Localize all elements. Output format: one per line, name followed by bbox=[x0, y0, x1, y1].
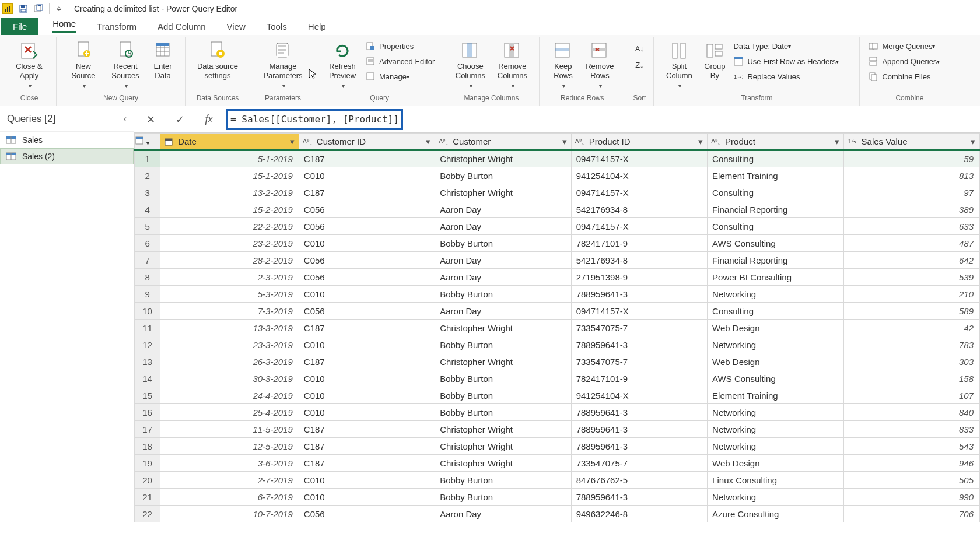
table-row[interactable]: 415-2-2019C056Aaron Day542176934-8Financ… bbox=[135, 201, 980, 218]
new-source-button[interactable]: New Source bbox=[62, 38, 104, 93]
column-type-icon[interactable]: Aᴮ꜀ bbox=[572, 138, 588, 145]
cell-sales-value[interactable]: 783 bbox=[844, 336, 979, 353]
cell-customer-id[interactable]: C187 bbox=[299, 438, 435, 455]
row-number[interactable]: 10 bbox=[135, 303, 160, 320]
cell-customer-id[interactable]: C010 bbox=[299, 370, 435, 387]
cell-product-id[interactable]: 788959641-3 bbox=[571, 489, 707, 506]
column-filter-button[interactable]: ▾ bbox=[831, 135, 844, 148]
cell-sales-value[interactable]: 42 bbox=[844, 320, 979, 336]
cell-customer[interactable]: Bobby Burton bbox=[435, 472, 571, 489]
table-row[interactable]: 1223-3-2019C010Bobby Burton788959641-3Ne… bbox=[135, 336, 980, 353]
cell-product[interactable]: Element Training bbox=[708, 387, 844, 404]
row-number[interactable]: 15 bbox=[135, 387, 160, 404]
table-row[interactable]: 313-2-2019C187Christopher Wright09471415… bbox=[135, 184, 980, 201]
row-number[interactable]: 9 bbox=[135, 286, 160, 303]
cell-customer-id[interactable]: C010 bbox=[299, 286, 435, 303]
cell-customer-id[interactable]: C187 bbox=[299, 421, 435, 438]
cell-customer[interactable]: Bobby Burton bbox=[435, 370, 571, 387]
cell-sales-value[interactable]: 642 bbox=[844, 252, 979, 269]
cell-product[interactable]: Element Training bbox=[708, 167, 844, 184]
cell-product[interactable]: Consulting bbox=[708, 218, 844, 235]
cell-date[interactable]: 7-3-2019 bbox=[160, 303, 299, 320]
cell-customer[interactable]: Christopher Wright bbox=[435, 150, 571, 167]
tab-transform[interactable]: Transform bbox=[86, 18, 147, 35]
table-row[interactable]: 623-2-2019C010Bobby Burton782417101-9AWS… bbox=[135, 235, 980, 252]
query-item[interactable]: Sales bbox=[0, 132, 134, 148]
column-filter-button[interactable]: ▾ bbox=[967, 135, 979, 148]
cell-date[interactable]: 23-2-2019 bbox=[160, 235, 299, 252]
table-row[interactable]: 107-3-2019C056Aaron Day094714157-XConsul… bbox=[135, 303, 980, 320]
cell-date[interactable]: 5-1-2019 bbox=[160, 150, 299, 167]
cell-product-id[interactable]: 542176934-8 bbox=[571, 201, 707, 218]
cell-date[interactable]: 5-3-2019 bbox=[160, 286, 299, 303]
cell-date[interactable]: 10-7-2019 bbox=[160, 506, 299, 522]
qat-customize-button[interactable]: ⬙ bbox=[52, 2, 66, 16]
cell-product-id[interactable]: 094714157-X bbox=[571, 218, 707, 235]
cell-product-id[interactable]: 788959641-3 bbox=[571, 286, 707, 303]
qat-save-button[interactable] bbox=[16, 2, 30, 16]
tab-tools[interactable]: Tools bbox=[256, 18, 298, 35]
cell-customer[interactable]: Bobby Burton bbox=[435, 286, 571, 303]
remove-rows-button[interactable]: Remove Rows bbox=[580, 38, 619, 93]
cell-product[interactable]: Financial Reporting bbox=[708, 201, 844, 218]
cell-product[interactable]: Linux Consulting bbox=[708, 472, 844, 489]
cell-product[interactable]: Consulting bbox=[708, 150, 844, 167]
cell-product-id[interactable]: 094714157-X bbox=[571, 184, 707, 201]
cell-sales-value[interactable]: 59 bbox=[844, 150, 979, 167]
row-number[interactable]: 18 bbox=[135, 438, 160, 455]
cell-date[interactable]: 23-3-2019 bbox=[160, 336, 299, 353]
remove-columns-button[interactable]: Remove Columns bbox=[491, 38, 533, 93]
cell-product[interactable]: Networking bbox=[708, 286, 844, 303]
cell-customer[interactable]: Aaron Day bbox=[435, 506, 571, 522]
cell-date[interactable]: 30-3-2019 bbox=[160, 370, 299, 387]
column-header[interactable]: 1²₃Sales Value▾ bbox=[844, 134, 979, 150]
row-number[interactable]: 20 bbox=[135, 472, 160, 489]
replace-values-button[interactable]: 1→2Replace Values bbox=[731, 69, 853, 84]
cell-date[interactable]: 26-3-2019 bbox=[160, 353, 299, 370]
cell-product[interactable]: Web Design bbox=[708, 353, 844, 370]
row-number[interactable]: 14 bbox=[135, 370, 160, 387]
cell-customer-id[interactable]: C056 bbox=[299, 303, 435, 320]
table-row[interactable]: 193-6-2019C187Christopher Wright73354707… bbox=[135, 455, 980, 472]
choose-columns-button[interactable]: Choose Columns bbox=[449, 38, 491, 93]
cell-customer-id[interactable]: C010 bbox=[299, 235, 435, 252]
cell-sales-value[interactable]: 706 bbox=[844, 506, 979, 522]
cell-date[interactable]: 11-5-2019 bbox=[160, 421, 299, 438]
cell-customer[interactable]: Bobby Burton bbox=[435, 235, 571, 252]
cell-product-id[interactable]: 733547075-7 bbox=[571, 320, 707, 336]
cell-product-id[interactable]: 271951398-9 bbox=[571, 269, 707, 286]
cell-customer[interactable]: Christopher Wright bbox=[435, 438, 571, 455]
table-row[interactable]: 216-7-2019C010Bobby Burton788959641-3Net… bbox=[135, 489, 980, 506]
combine-files-button[interactable]: Combine Files bbox=[866, 69, 953, 84]
cell-sales-value[interactable]: 97 bbox=[844, 184, 979, 201]
cell-product-id[interactable]: 788959641-3 bbox=[571, 421, 707, 438]
row-number[interactable]: 7 bbox=[135, 252, 160, 269]
row-number[interactable]: 3 bbox=[135, 184, 160, 201]
cell-product[interactable]: Networking bbox=[708, 489, 844, 506]
column-header[interactable]: Aᴮ꜀Customer▾ bbox=[435, 134, 571, 150]
cell-product-id[interactable]: 094714157-X bbox=[571, 150, 707, 167]
table-row[interactable]: 15-1-2019C187Christopher Wright094714157… bbox=[135, 150, 980, 167]
column-header[interactable]: Aᴮ꜀Product ID▾ bbox=[571, 134, 707, 150]
cell-customer[interactable]: Bobby Burton bbox=[435, 336, 571, 353]
cell-date[interactable]: 2-3-2019 bbox=[160, 269, 299, 286]
row-number[interactable]: 17 bbox=[135, 421, 160, 438]
column-filter-button[interactable]: ▾ bbox=[286, 135, 299, 148]
advanced-editor-button[interactable]: Advanced Editor bbox=[363, 54, 437, 69]
row-number[interactable]: 6 bbox=[135, 235, 160, 252]
cell-customer[interactable]: Bobby Burton bbox=[435, 489, 571, 506]
row-number[interactable]: 2 bbox=[135, 167, 160, 184]
row-number[interactable]: 4 bbox=[135, 201, 160, 218]
recent-sources-button[interactable]: Recent Sources bbox=[104, 38, 146, 93]
split-column-button[interactable]: Split Column bbox=[660, 38, 698, 93]
cell-product-id[interactable]: 782417101-9 bbox=[571, 370, 707, 387]
cell-sales-value[interactable]: 158 bbox=[844, 370, 979, 387]
cell-product-id[interactable]: 782417101-9 bbox=[571, 235, 707, 252]
cell-customer-id[interactable]: C187 bbox=[299, 353, 435, 370]
cell-sales-value[interactable]: 813 bbox=[844, 167, 979, 184]
merge-queries-button[interactable]: Merge Queries ▾ bbox=[866, 38, 953, 54]
cell-product-id[interactable]: 941254104-X bbox=[571, 387, 707, 404]
column-type-icon[interactable]: Aᴮ꜀ bbox=[435, 138, 452, 145]
cell-sales-value[interactable]: 543 bbox=[844, 438, 979, 455]
cell-customer[interactable]: Aaron Day bbox=[435, 252, 571, 269]
